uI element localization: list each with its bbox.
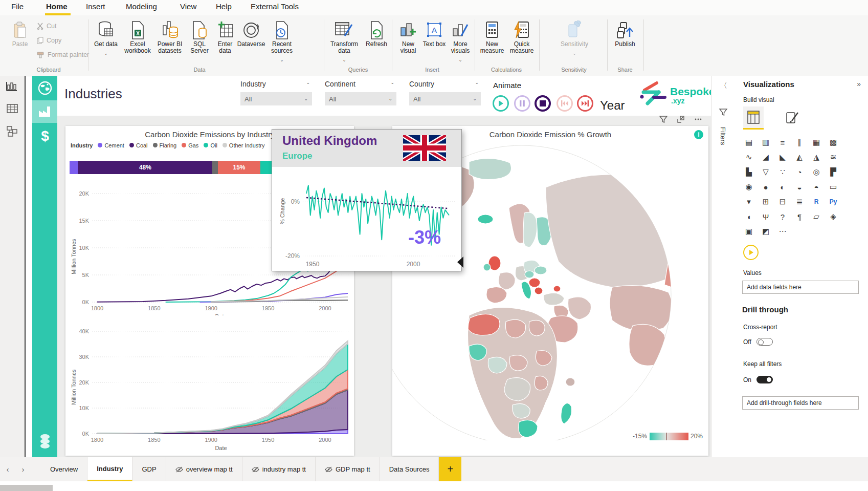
play-axis-visual-icon[interactable]: [743, 245, 759, 260]
country-greece-region[interactable]: [535, 287, 543, 294]
funnel-chart-icon[interactable]: ▽: [759, 166, 772, 178]
country-turkey[interactable]: [544, 293, 564, 305]
country-russia[interactable]: [546, 175, 697, 287]
menu-help[interactable]: Help: [216, 2, 232, 11]
country-east-africa[interactable]: [535, 376, 548, 390]
slicer-value[interactable]: All⌄: [325, 92, 396, 105]
menu-external-tools[interactable]: External Tools: [251, 2, 299, 11]
matrix-icon[interactable]: ⊟: [776, 196, 789, 208]
pie-chart-icon[interactable]: ◔: [793, 166, 806, 178]
card-icon[interactable]: ▭: [827, 181, 840, 193]
dataverse-button[interactable]: Dataverse: [236, 19, 266, 48]
text-box-button[interactable]: A Text box: [422, 19, 446, 48]
kpi-icon[interactable]: ◩: [759, 225, 772, 238]
cut-button[interactable]: Cut: [37, 23, 56, 30]
collapse-pane-chevron[interactable]: »: [857, 80, 861, 88]
next-page-arrow[interactable]: ›: [15, 457, 31, 481]
country-algeria[interactable]: [468, 314, 500, 335]
slicer-industry[interactable]: Industry⌄All⌄: [240, 80, 312, 105]
slicer-icon[interactable]: ▾: [742, 196, 755, 208]
100-stacked-bar-chart-icon[interactable]: ▦: [810, 136, 823, 148]
filled-map-icon[interactable]: ●: [759, 181, 772, 193]
page-tab-industry[interactable]: Industry: [87, 457, 132, 481]
menu-file[interactable]: File: [11, 2, 24, 11]
build-visual-tab[interactable]: [743, 106, 764, 130]
country-drc[interactable]: [504, 378, 530, 401]
toggle-on-pill[interactable]: [756, 376, 773, 383]
legend-item[interactable]: Coal: [129, 142, 148, 148]
line-stacked-column-chart-icon[interactable]: ◭: [793, 151, 806, 163]
pause-button[interactable]: [514, 95, 530, 112]
country-mozambique[interactable]: [566, 378, 575, 386]
slicer-country[interactable]: Country⌄All⌄: [409, 80, 481, 105]
gauge-icon[interactable]: ◓: [810, 181, 823, 193]
page-tab-overview[interactable]: Overview: [41, 457, 87, 481]
bar-segment-cement[interactable]: [70, 161, 78, 174]
new-page-button[interactable]: +: [439, 457, 461, 481]
menu-home[interactable]: Home: [46, 2, 68, 11]
sensitivity-button[interactable]: Sensitivity⌄: [559, 19, 590, 57]
more-visuals-options-icon[interactable]: ⋯: [776, 225, 789, 238]
bar-segment-gas[interactable]: 15%: [218, 161, 260, 174]
values-field-well[interactable]: Add data fields here: [742, 281, 859, 294]
expand-filters-chevron[interactable]: 〈: [720, 81, 727, 91]
line-chart-icon[interactable]: ∿: [742, 151, 755, 163]
menu-modeling[interactable]: Modeling: [126, 2, 157, 11]
multi-row-card-icon[interactable]: ≣: [793, 196, 806, 208]
area-chart-icon[interactable]: ◢: [759, 151, 772, 163]
country-egypt[interactable]: [529, 320, 545, 336]
powerbi-datasets-button[interactable]: Power BI datasets: [154, 19, 185, 54]
format-painter-button[interactable]: Format painter: [37, 51, 89, 58]
clustered-column-chart-icon[interactable]: ∥: [793, 136, 806, 148]
toggle-off-pill[interactable]: [756, 338, 773, 346]
skip-forward-button[interactable]: [577, 95, 593, 112]
publish-button[interactable]: Publish: [612, 19, 638, 48]
data-view-button[interactable]: [6, 102, 18, 115]
filters-funnel-icon[interactable]: [719, 108, 728, 117]
get-data-button[interactable]: Get data⌄: [91, 19, 121, 57]
sql-server-button[interactable]: SQL Server: [186, 19, 213, 54]
page-tab-gdp-map-tt[interactable]: GDP map tt: [316, 457, 380, 481]
map-icon[interactable]: ◉: [742, 181, 755, 193]
country-romania[interactable]: [525, 271, 534, 278]
keep-filters-toggle[interactable]: On: [743, 376, 773, 383]
stacked-bar-chart-icon[interactable]: ▤: [742, 136, 755, 148]
legend-item[interactable]: Other Industry: [222, 142, 265, 148]
legend-item[interactable]: Flaring: [153, 142, 177, 148]
nav-overview-globe[interactable]: [32, 77, 57, 99]
quick-measure-button[interactable]: Quick measure: [507, 19, 536, 54]
nav-gdp-dollar[interactable]: $: [32, 125, 57, 147]
scatter-chart-icon[interactable]: ∵: [776, 166, 789, 178]
power-apps-icon[interactable]: ▣: [742, 225, 755, 238]
python-visual-icon[interactable]: Py: [827, 196, 840, 208]
r-script-visual-icon[interactable]: R: [810, 196, 823, 208]
nav-industry-factory[interactable]: [32, 100, 57, 123]
paginated-report-icon[interactable]: ▱: [810, 210, 823, 223]
new-visual-button[interactable]: New visual: [395, 19, 421, 54]
recent-sources-button[interactable]: Recent sources⌄: [267, 19, 297, 63]
format-visual-tab[interactable]: [782, 106, 803, 128]
prev-page-arrow[interactable]: ‹: [0, 457, 15, 481]
excel-workbook-button[interactable]: X Excel workbook: [122, 19, 153, 54]
new-measure-button[interactable]: New measure: [478, 19, 506, 54]
country-niger-region[interactable]: [488, 357, 507, 373]
legend-item[interactable]: Gas: [182, 142, 198, 148]
refresh-button[interactable]: Refresh: [363, 19, 390, 48]
decomposition-tree-icon[interactable]: Ψ: [759, 210, 772, 223]
page-tab-industry-map-tt[interactable]: industry map tt: [242, 457, 316, 481]
enter-data-button[interactable]: Enter data: [213, 19, 237, 54]
waterfall-chart-icon[interactable]: ▙: [742, 166, 755, 178]
line-clustered-column-chart-icon[interactable]: ◮: [810, 151, 823, 163]
drill-through-field-well[interactable]: Add drill-through fields here: [742, 396, 859, 410]
model-view-button[interactable]: [6, 125, 18, 137]
slicer-continent[interactable]: Continent⌄All⌄: [325, 80, 396, 105]
play-button[interactable]: [493, 95, 509, 112]
bar-segment-flaring[interactable]: [212, 161, 218, 174]
slicer-value[interactable]: All⌄: [409, 92, 481, 105]
table-icon[interactable]: ⊞: [759, 196, 772, 208]
menu-insert[interactable]: Insert: [86, 2, 105, 11]
info-icon[interactable]: i: [694, 130, 703, 139]
focus-mode-icon[interactable]: [676, 115, 685, 124]
azure-map-icon[interactable]: ◒: [793, 181, 806, 193]
100-stacked-column-chart-icon[interactable]: ▩: [827, 136, 840, 148]
